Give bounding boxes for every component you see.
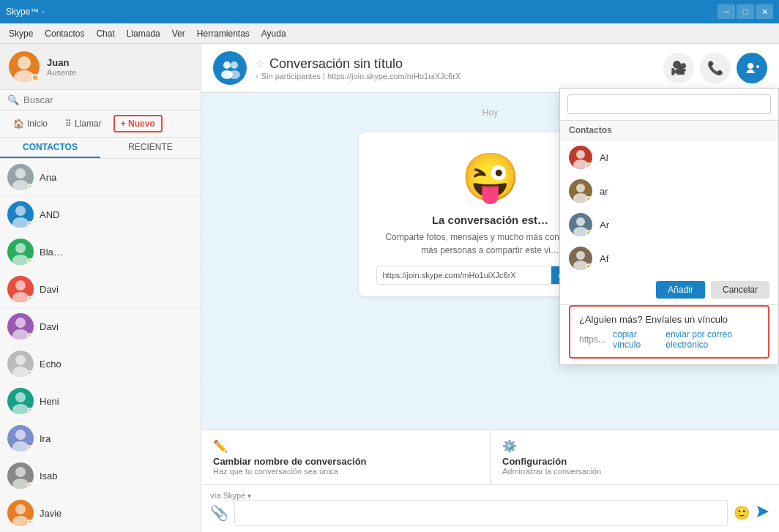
email-link-action[interactable]: enviar por correo electrónico xyxy=(666,329,759,350)
menu-llamada[interactable]: Llamada xyxy=(121,26,166,42)
svg-point-23 xyxy=(231,61,238,69)
send-button[interactable] xyxy=(756,504,770,522)
contact-name: Davi xyxy=(40,284,59,295)
list-item[interactable]: Ira xyxy=(0,420,201,457)
cancel-button[interactable]: Cancelar xyxy=(711,281,769,299)
via-text: vía Skype xyxy=(210,491,245,500)
nuevo-button[interactable]: + Nuevo xyxy=(113,115,163,132)
video-call-button[interactable]: 🎥 xyxy=(663,53,694,83)
change-conv-sub: Haz que tu conversación sea única xyxy=(213,467,338,476)
contact-avatar xyxy=(7,425,34,452)
chat-header: ☆ Conversación sin título › Sin particip… xyxy=(201,44,779,93)
svg-point-13 xyxy=(12,367,29,377)
menu-contactos[interactable]: Contactos xyxy=(39,26,90,42)
dropdown-search-input[interactable] xyxy=(567,94,771,114)
app-body: Juan Ausente 🔍 🏠 Inicio ⠿ Llamar + Nuevo xyxy=(0,44,779,532)
dropdown-contact-name: ar xyxy=(600,186,608,197)
chat-options: ✏️ Cambiar nombre de conversación Haz qu… xyxy=(201,430,779,484)
menu-herramientas[interactable]: Herramientas xyxy=(191,26,256,42)
welcome-emoji: 😜 xyxy=(461,150,520,205)
chat-group-avatar xyxy=(213,51,247,85)
settings-button[interactable]: ⚙️ Configuración Administrar la conversa… xyxy=(491,430,779,484)
list-item[interactable]: Echo xyxy=(0,345,201,383)
copy-link-action[interactable]: copiar vínculo xyxy=(613,329,658,350)
status-dot xyxy=(586,196,592,203)
sidebar-tabs: CONTACTOS RECIENTE xyxy=(0,138,201,159)
svg-point-17 xyxy=(12,441,29,452)
status-indicator xyxy=(27,184,34,190)
menu-ver[interactable]: Ver xyxy=(166,26,191,42)
change-conv-label: Cambiar nombre de conversación xyxy=(213,456,367,467)
contact-avatar xyxy=(7,239,34,265)
svg-point-15 xyxy=(12,404,29,414)
dropdown-list-item[interactable]: Al xyxy=(560,141,778,174)
home-icon: 🏠 xyxy=(13,119,24,129)
svg-point-22 xyxy=(223,61,231,69)
search-input[interactable] xyxy=(23,94,193,105)
svg-point-34 xyxy=(576,217,585,226)
input-row: 📎 🙂 xyxy=(210,500,770,526)
title-bar-title: Skype™ - xyxy=(6,7,718,17)
dropdown-list-item[interactable]: Ar xyxy=(560,208,778,241)
contact-name: Bla… xyxy=(40,247,63,258)
menu-skype[interactable]: Skype xyxy=(3,26,39,42)
chat-title: Conversación sin título xyxy=(269,56,403,72)
svg-point-6 xyxy=(15,243,26,253)
inicio-button[interactable]: 🏠 Inicio xyxy=(7,116,53,132)
list-item[interactable]: Bla… xyxy=(0,233,201,271)
attach-button[interactable]: 📎 xyxy=(210,504,228,522)
dropdown-list-item[interactable]: ar xyxy=(560,174,778,208)
status-indicator xyxy=(27,445,34,452)
svg-point-16 xyxy=(15,430,26,440)
chat-header-info: ☆ Conversación sin título › Sin particip… xyxy=(256,56,663,80)
contact-name: AND xyxy=(40,209,59,220)
maximize-button[interactable]: □ xyxy=(737,4,754,19)
status-indicator xyxy=(27,258,34,265)
emoji-button[interactable]: 🙂 xyxy=(734,505,750,521)
status-dot xyxy=(586,162,592,169)
status-indicator xyxy=(27,408,34,414)
svg-marker-29 xyxy=(757,506,769,517)
dropdown-contact-name: Ar xyxy=(600,220,609,231)
tab-contactos[interactable]: CONTACTOS xyxy=(0,138,100,158)
chat-header-actions: 🎥 📞 xyxy=(663,53,767,83)
svg-point-25 xyxy=(228,70,240,79)
menu-bar: Skype Contactos Chat Llamada Ver Herrami… xyxy=(0,23,779,44)
list-item[interactable]: Javie xyxy=(0,495,201,532)
tab-reciente[interactable]: RECIENTE xyxy=(100,138,201,158)
dropdown-contacts-list: Al ar Ar xyxy=(560,141,778,275)
contact-name: Heni xyxy=(40,396,59,407)
contact-name: Isab xyxy=(40,471,58,482)
menu-chat[interactable]: Chat xyxy=(90,26,120,42)
contact-avatar xyxy=(7,313,34,340)
svg-point-26 xyxy=(748,63,753,69)
add-button[interactable]: Añadir xyxy=(656,281,705,299)
add-participant-button[interactable] xyxy=(737,53,767,83)
svg-point-4 xyxy=(15,206,26,216)
config-sub: Administrar la conversación xyxy=(502,467,601,476)
status-dot xyxy=(586,230,592,236)
dropdown-list-item[interactable]: Af xyxy=(560,241,778,275)
status-dot xyxy=(586,263,592,270)
voice-call-button[interactable]: 📞 xyxy=(700,53,731,83)
list-item[interactable]: Davi xyxy=(0,271,201,308)
contact-avatar xyxy=(7,201,34,228)
llamar-button[interactable]: ⠿ Llamar xyxy=(59,116,108,132)
list-item[interactable]: Ana xyxy=(0,159,201,196)
list-item[interactable]: Davi xyxy=(0,308,201,345)
invite-section: ¿Alguien más? Envíales un vínculo https.… xyxy=(569,305,769,359)
change-conversation-button[interactable]: ✏️ Cambiar nombre de conversación Haz qu… xyxy=(201,430,491,484)
menu-ayuda[interactable]: Ayuda xyxy=(256,26,292,42)
welcome-title: La conversación est… xyxy=(432,214,548,226)
user-info: Juan Ausente xyxy=(47,57,76,77)
gear-icon: ⚙️ xyxy=(502,439,517,453)
inicio-label: Inicio xyxy=(27,119,48,129)
list-item[interactable]: Isab xyxy=(0,457,201,495)
minimize-button[interactable]: ─ xyxy=(718,4,735,19)
chat-subtitle: Sin participantes | https://join.skype.c… xyxy=(261,72,461,80)
contact-avatar xyxy=(7,388,34,414)
list-item[interactable]: AND xyxy=(0,196,201,233)
close-button[interactable]: ✕ xyxy=(756,4,773,19)
message-input[interactable] xyxy=(234,500,728,526)
list-item[interactable]: Heni xyxy=(0,383,201,420)
